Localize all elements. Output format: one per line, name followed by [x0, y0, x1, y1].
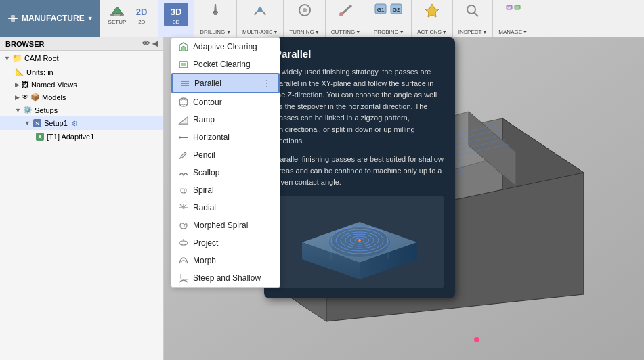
scallop-label: Scallop	[193, 168, 219, 177]
svg-point-12	[303, 8, 307, 12]
tooltip-svg-illustration	[282, 198, 437, 286]
browser-item-named-views[interactable]: ▶ 🖼 Named Views	[0, 78, 163, 91]
tooltip-body-para1: A widely used finishing strategy, the pa…	[275, 66, 444, 147]
dropdown-item-adaptive-clearing[interactable]: Adaptive Clearing	[171, 38, 280, 55]
3d-btn[interactable]: 3D 3D	[164, 3, 188, 26]
svg-point-62	[182, 206, 185, 209]
manufacture-label: MANUFACTURE	[22, 14, 85, 23]
adaptive-clearing-icon	[178, 41, 189, 52]
adaptive-clearing-label: Adaptive Clearing	[193, 42, 257, 51]
setup-label: SETUP	[108, 19, 127, 25]
named-views-label: Named Views	[31, 81, 77, 89]
models-expand: ▶	[15, 94, 20, 101]
manufacture-tab[interactable]: MANUFACTURE ▼	[0, 0, 100, 37]
browser-item-setups[interactable]: ▼ ⚙️ Setups	[0, 104, 163, 116]
dropdown-item-steep-shallow[interactable]: Steep and Shallow	[171, 269, 280, 287]
dropdown-item-morph[interactable]: Morph	[171, 252, 280, 269]
pocket-clearing-icon	[178, 59, 189, 70]
svg-point-10	[258, 7, 262, 12]
cutting-group[interactable]: CUTTING▼	[326, 0, 367, 37]
models-eye[interactable]: 👁	[22, 93, 28, 101]
cam-root-label: CAM Root	[24, 54, 59, 62]
browser-header: BROWSER 👁 ◀	[0, 37, 163, 51]
setup-group: SETUP 2D 2D	[100, 0, 159, 37]
radial-label: Radial	[193, 203, 216, 212]
svg-point-63	[179, 241, 188, 245]
2d-label: 2D	[138, 19, 145, 25]
browser-item-adaptive1[interactable]: A [T1] Adaptive1	[0, 130, 163, 143]
2d-icon: 2D	[133, 4, 150, 19]
morph-icon	[178, 255, 189, 266]
units-label: Units: in	[26, 68, 53, 76]
browser-item-models[interactable]: ▶ 👁 📦 Models	[0, 91, 163, 104]
horizontal-icon	[178, 132, 189, 143]
multi-axis-label: MULTI-AXIS▼	[242, 29, 278, 35]
named-views-icon: 🖼	[22, 81, 29, 89]
3d-group[interactable]: 3D 3D	[158, 0, 194, 37]
dropdown-item-pencil[interactable]: Pencil	[171, 146, 280, 164]
setup1-label: Setup1	[44, 119, 68, 127]
browser-eye-icon[interactable]: 👁	[142, 39, 150, 48]
setup-btn[interactable]: SETUP	[106, 3, 129, 26]
multi-axis-group[interactable]: MULTI-AXIS▼	[237, 0, 284, 37]
3d-label: 3D	[173, 19, 179, 25]
dropdown-item-pocket-clearing[interactable]: Pocket Clearing	[171, 55, 280, 73]
browser-collapse-icon[interactable]: ◀	[152, 39, 158, 48]
actions-label: ACTIONS▼	[417, 29, 447, 35]
dropdown-item-spiral[interactable]: Spiral	[171, 181, 280, 199]
adaptive1-label: [T1] Adaptive1	[47, 133, 94, 141]
cam-root-icon: 📁	[12, 53, 22, 63]
drilling-group[interactable]: DRILLING▼	[194, 0, 237, 37]
browser-item-units[interactable]: 📐 Units: in	[0, 66, 163, 78]
parallel-more-icon: ⋮	[262, 78, 272, 89]
svg-line-21	[474, 12, 478, 16]
morph-label: Morph	[193, 256, 216, 265]
dropdown-item-radial[interactable]: Radial	[171, 199, 280, 217]
browser-item-setup1[interactable]: ▼ S Setup1 ⚙	[0, 116, 163, 130]
dropdown-item-morphed-spiral[interactable]: Morphed Spiral	[171, 217, 280, 234]
dropdown-item-scallop[interactable]: Scallop	[171, 164, 280, 181]
setup1-settings-icon[interactable]: ⚙	[72, 120, 78, 127]
morphed-spiral-label: Morphed Spiral	[193, 221, 248, 230]
dropdown-item-contour[interactable]: Contour	[171, 93, 280, 111]
project-icon	[178, 238, 189, 248]
contour-icon	[178, 97, 189, 108]
cutting-label: CUTTING▼	[331, 29, 361, 35]
probing-icon: G1 G2	[372, 3, 406, 18]
inspect-group[interactable]: INSPECT▼	[453, 0, 494, 37]
dropdown-item-project[interactable]: Project	[171, 234, 280, 252]
dropdown-item-ramp[interactable]: Ramp	[171, 111, 280, 129]
steep-shallow-label: Steep and Shallow	[193, 273, 261, 283]
svg-rect-4	[114, 14, 120, 16]
probing-label: PROBING▼	[374, 29, 404, 35]
svg-point-77	[358, 239, 361, 242]
turning-group[interactable]: TURNING▼	[284, 0, 325, 37]
parallel-label: Parallel	[194, 78, 221, 88]
svg-point-46	[474, 337, 479, 342]
manage-group[interactable]: % MANAGE▼	[493, 0, 533, 37]
actions-icon	[424, 3, 440, 18]
svg-marker-19	[425, 4, 439, 17]
dropdown-item-parallel[interactable]: Parallel ⋮	[171, 73, 280, 93]
named-views-expand: ▶	[15, 81, 20, 88]
svg-rect-9	[214, 12, 217, 15]
drilling-label: DRILLING▼	[200, 29, 231, 35]
dropdown-item-horizontal[interactable]: Horizontal	[171, 129, 280, 146]
tooltip-illustration	[275, 196, 444, 288]
morphed-spiral-icon	[178, 220, 189, 231]
actions-group[interactable]: ACTIONS▼	[412, 0, 453, 37]
setups-expand: ▼	[15, 107, 21, 114]
probing-group[interactable]: G1 G2 PROBING▼	[366, 0, 412, 37]
parallel-icon	[179, 78, 190, 89]
browser-item-cam-root[interactable]: ▼ 📁 CAM Root	[0, 51, 163, 66]
browser-panel: BROWSER 👁 ◀ ▼ 📁 CAM Root 📐 Units: in ▶ 🖼…	[0, 37, 164, 360]
expand-icon: ▼	[4, 55, 10, 62]
tooltip-title: Parallel	[275, 48, 444, 60]
multi-axis-icon	[252, 3, 268, 18]
svg-marker-3	[112, 7, 123, 14]
tooltip-panel: Parallel A widely used finishing strateg…	[264, 37, 455, 298]
setup1-icon: S	[33, 118, 42, 128]
2d-btn[interactable]: 2D 2D	[131, 3, 152, 26]
setups-icon: ⚙️	[23, 106, 33, 114]
svg-marker-55	[179, 136, 184, 139]
